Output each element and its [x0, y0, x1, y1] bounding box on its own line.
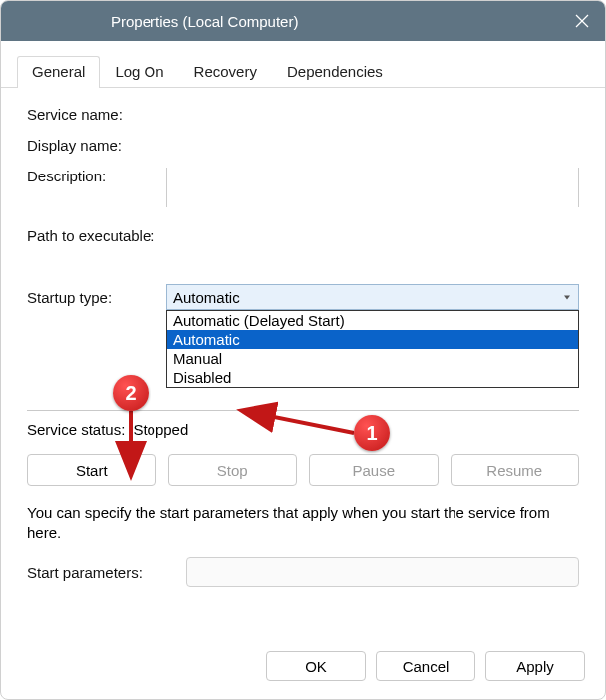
- startup-type-combo[interactable]: Automatic Automatic (Delayed Start) Auto…: [166, 284, 579, 310]
- annotation-badge-2: 2: [113, 375, 149, 411]
- combo-selected: Automatic: [173, 289, 240, 306]
- label-service-status: Service status:: [27, 421, 125, 438]
- annotation-badge-1: 1: [354, 415, 390, 451]
- close-button[interactable]: [559, 1, 605, 41]
- description-box: [166, 168, 579, 207]
- service-status-value: Stopped: [133, 421, 188, 438]
- label-start-parameters: Start parameters:: [27, 564, 186, 581]
- startup-type-dropdown[interactable]: Automatic (Delayed Start) Automatic Manu…: [166, 310, 579, 388]
- stop-button: Stop: [168, 454, 298, 486]
- ok-button[interactable]: OK: [266, 651, 366, 681]
- start-hint: You can specify the start parameters tha…: [27, 502, 579, 543]
- combo-button[interactable]: Automatic: [166, 284, 579, 310]
- tab-dependencies[interactable]: Dependencies: [272, 56, 398, 88]
- resume-button: Resume: [451, 454, 580, 486]
- tab-general[interactable]: General: [17, 56, 100, 88]
- start-parameters-input[interactable]: [186, 557, 579, 587]
- close-icon: [575, 14, 589, 28]
- option-manual[interactable]: Manual: [167, 349, 578, 368]
- label-service-name: Service name:: [27, 106, 166, 123]
- tab-recovery[interactable]: Recovery: [179, 56, 272, 88]
- cancel-button[interactable]: Cancel: [376, 651, 475, 681]
- separator: [27, 410, 579, 411]
- dialog-footer: OK Cancel Apply: [1, 641, 605, 699]
- option-delayed[interactable]: Automatic (Delayed Start): [167, 311, 578, 330]
- option-automatic[interactable]: Automatic: [167, 330, 578, 349]
- apply-button[interactable]: Apply: [485, 651, 585, 681]
- tab-logon[interactable]: Log On: [100, 56, 178, 88]
- label-display-name: Display name:: [27, 137, 166, 154]
- label-description: Description:: [27, 168, 166, 207]
- tab-row: General Log On Recovery Dependencies: [1, 41, 605, 88]
- properties-window: Properties (Local Computer) General Log …: [0, 0, 606, 700]
- start-button[interactable]: Start: [27, 454, 156, 486]
- label-path: Path to executable:: [27, 227, 154, 244]
- label-startup-type: Startup type:: [27, 289, 166, 306]
- option-disabled[interactable]: Disabled: [167, 368, 578, 387]
- titlebar: Properties (Local Computer): [1, 1, 605, 41]
- control-button-row: Start Stop Pause Resume: [27, 454, 579, 486]
- dialog-body: Service name: Display name: Description:…: [1, 88, 605, 641]
- pause-button: Pause: [309, 454, 439, 486]
- window-title: Properties (Local Computer): [111, 13, 298, 30]
